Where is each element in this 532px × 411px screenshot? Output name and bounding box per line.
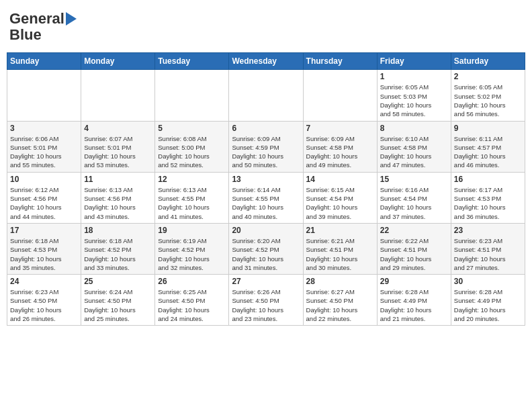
day-info: Sunrise: 6:18 AM Sunset: 4:53 PM Dayligh… (10, 236, 78, 272)
calendar-day-cell: 23Sunrise: 6:23 AM Sunset: 4:51 PM Dayli… (451, 223, 525, 274)
day-info: Sunrise: 6:05 AM Sunset: 5:03 PM Dayligh… (380, 83, 448, 118)
calendar-day-cell: 16Sunrise: 6:17 AM Sunset: 4:53 PM Dayli… (451, 172, 525, 223)
calendar-day-cell: 8Sunrise: 6:10 AM Sunset: 4:58 PM Daylig… (377, 121, 451, 172)
day-number: 7 (306, 124, 374, 133)
day-info: Sunrise: 6:17 AM Sunset: 4:53 PM Dayligh… (454, 185, 522, 221)
day-info: Sunrise: 6:27 AM Sunset: 4:50 PM Dayligh… (306, 287, 374, 323)
day-number: 16 (454, 175, 522, 184)
calendar-day-cell: 30Sunrise: 6:28 AM Sunset: 4:49 PM Dayli… (451, 275, 525, 326)
day-number: 10 (10, 175, 78, 184)
day-info: Sunrise: 6:09 AM Sunset: 4:58 PM Dayligh… (306, 134, 374, 170)
calendar-day-cell: 2Sunrise: 6:05 AM Sunset: 5:02 PM Daylig… (451, 70, 525, 121)
calendar-day-cell: 28Sunrise: 6:27 AM Sunset: 4:50 PM Dayli… (303, 275, 377, 326)
calendar-day-header: Tuesday (155, 53, 229, 70)
day-info: Sunrise: 6:22 AM Sunset: 4:51 PM Dayligh… (380, 236, 448, 272)
day-number: 6 (232, 124, 300, 133)
calendar-day-header: Friday (377, 53, 451, 70)
day-number: 14 (306, 175, 374, 184)
day-info: Sunrise: 6:14 AM Sunset: 4:55 PM Dayligh… (232, 185, 300, 221)
day-info: Sunrise: 6:05 AM Sunset: 5:02 PM Dayligh… (454, 83, 522, 118)
day-info: Sunrise: 6:28 AM Sunset: 4:49 PM Dayligh… (454, 287, 522, 323)
day-info: Sunrise: 6:13 AM Sunset: 4:55 PM Dayligh… (158, 185, 226, 221)
day-number: 27 (232, 277, 300, 286)
day-info: Sunrise: 6:10 AM Sunset: 4:58 PM Dayligh… (380, 134, 448, 170)
day-number: 13 (232, 175, 300, 184)
calendar-day-cell: 12Sunrise: 6:13 AM Sunset: 4:55 PM Dayli… (155, 172, 229, 223)
day-number: 12 (158, 175, 226, 184)
calendar-week-row: 1Sunrise: 6:05 AM Sunset: 5:03 PM Daylig… (7, 70, 525, 121)
day-info: Sunrise: 6:18 AM Sunset: 4:52 PM Dayligh… (84, 236, 152, 272)
calendar-day-cell: 26Sunrise: 6:25 AM Sunset: 4:50 PM Dayli… (155, 275, 229, 326)
day-number: 23 (454, 226, 522, 235)
calendar-day-cell: 14Sunrise: 6:15 AM Sunset: 4:54 PM Dayli… (303, 172, 377, 223)
calendar-day-cell (155, 70, 229, 121)
day-number: 5 (158, 124, 226, 133)
logo: General Blue (9, 11, 77, 43)
day-info: Sunrise: 6:26 AM Sunset: 4:50 PM Dayligh… (232, 287, 300, 323)
calendar-day-header: Sunday (7, 53, 81, 70)
day-number: 18 (84, 226, 152, 235)
calendar-day-cell: 9Sunrise: 6:11 AM Sunset: 4:57 PM Daylig… (451, 121, 525, 172)
day-number: 26 (158, 277, 226, 286)
logo-blue-text: Blue (9, 27, 42, 43)
page-header: General Blue (7, 7, 525, 47)
day-info: Sunrise: 6:08 AM Sunset: 5:00 PM Dayligh… (158, 134, 226, 170)
day-info: Sunrise: 6:16 AM Sunset: 4:54 PM Dayligh… (380, 185, 448, 221)
day-info: Sunrise: 6:09 AM Sunset: 4:59 PM Dayligh… (232, 134, 300, 170)
day-number: 17 (10, 226, 78, 235)
day-number: 28 (306, 277, 374, 286)
day-info: Sunrise: 6:21 AM Sunset: 4:51 PM Dayligh… (306, 236, 374, 272)
calendar-day-cell: 25Sunrise: 6:24 AM Sunset: 4:50 PM Dayli… (81, 275, 155, 326)
calendar-day-header: Thursday (303, 53, 377, 70)
calendar-day-cell (303, 70, 377, 121)
day-info: Sunrise: 6:11 AM Sunset: 4:57 PM Dayligh… (454, 134, 522, 170)
day-number: 25 (84, 277, 152, 286)
day-info: Sunrise: 6:12 AM Sunset: 4:56 PM Dayligh… (10, 185, 78, 221)
day-info: Sunrise: 6:23 AM Sunset: 4:51 PM Dayligh… (454, 236, 522, 272)
day-number: 9 (454, 124, 522, 133)
day-number: 20 (232, 226, 300, 235)
calendar-day-header: Saturday (451, 53, 525, 70)
day-number: 2 (454, 72, 522, 81)
day-info: Sunrise: 6:13 AM Sunset: 4:56 PM Dayligh… (84, 185, 152, 221)
calendar-day-cell: 3Sunrise: 6:06 AM Sunset: 5:01 PM Daylig… (7, 121, 81, 172)
day-number: 3 (10, 124, 78, 133)
day-number: 1 (380, 72, 448, 81)
day-info: Sunrise: 6:23 AM Sunset: 4:50 PM Dayligh… (10, 287, 78, 323)
day-info: Sunrise: 6:28 AM Sunset: 4:49 PM Dayligh… (380, 287, 448, 323)
calendar-day-cell: 13Sunrise: 6:14 AM Sunset: 4:55 PM Dayli… (229, 172, 303, 223)
day-number: 8 (380, 124, 448, 133)
calendar-day-cell (7, 70, 81, 121)
calendar-day-cell: 17Sunrise: 6:18 AM Sunset: 4:53 PM Dayli… (7, 223, 81, 274)
calendar-day-cell: 22Sunrise: 6:22 AM Sunset: 4:51 PM Dayli… (377, 223, 451, 274)
calendar-week-row: 24Sunrise: 6:23 AM Sunset: 4:50 PM Dayli… (7, 275, 525, 326)
calendar-day-cell: 10Sunrise: 6:12 AM Sunset: 4:56 PM Dayli… (7, 172, 81, 223)
calendar-day-header: Monday (81, 53, 155, 70)
calendar-week-row: 17Sunrise: 6:18 AM Sunset: 4:53 PM Dayli… (7, 223, 525, 274)
calendar-day-cell: 5Sunrise: 6:08 AM Sunset: 5:00 PM Daylig… (155, 121, 229, 172)
calendar-day-cell: 4Sunrise: 6:07 AM Sunset: 5:01 PM Daylig… (81, 121, 155, 172)
calendar-day-cell (81, 70, 155, 121)
day-number: 15 (380, 175, 448, 184)
calendar-day-header: Wednesday (229, 53, 303, 70)
day-number: 11 (84, 175, 152, 184)
logo-general-text: General (9, 11, 64, 27)
calendar-day-cell: 18Sunrise: 6:18 AM Sunset: 4:52 PM Dayli… (81, 223, 155, 274)
day-number: 19 (158, 226, 226, 235)
day-number: 22 (380, 226, 448, 235)
calendar-day-cell: 6Sunrise: 6:09 AM Sunset: 4:59 PM Daylig… (229, 121, 303, 172)
day-number: 24 (10, 277, 78, 286)
day-info: Sunrise: 6:06 AM Sunset: 5:01 PM Dayligh… (10, 134, 78, 170)
day-number: 29 (380, 277, 448, 286)
day-info: Sunrise: 6:07 AM Sunset: 5:01 PM Dayligh… (84, 134, 152, 170)
calendar-day-cell: 24Sunrise: 6:23 AM Sunset: 4:50 PM Dayli… (7, 275, 81, 326)
day-info: Sunrise: 6:15 AM Sunset: 4:54 PM Dayligh… (306, 185, 374, 221)
calendar-day-cell: 20Sunrise: 6:20 AM Sunset: 4:52 PM Dayli… (229, 223, 303, 274)
calendar-week-row: 3Sunrise: 6:06 AM Sunset: 5:01 PM Daylig… (7, 121, 525, 172)
calendar-day-cell: 19Sunrise: 6:19 AM Sunset: 4:52 PM Dayli… (155, 223, 229, 274)
calendar-day-cell: 7Sunrise: 6:09 AM Sunset: 4:58 PM Daylig… (303, 121, 377, 172)
calendar-week-row: 10Sunrise: 6:12 AM Sunset: 4:56 PM Dayli… (7, 172, 525, 223)
day-number: 21 (306, 226, 374, 235)
day-number: 30 (454, 277, 522, 286)
calendar-header-row: SundayMondayTuesdayWednesdayThursdayFrid… (7, 53, 525, 70)
